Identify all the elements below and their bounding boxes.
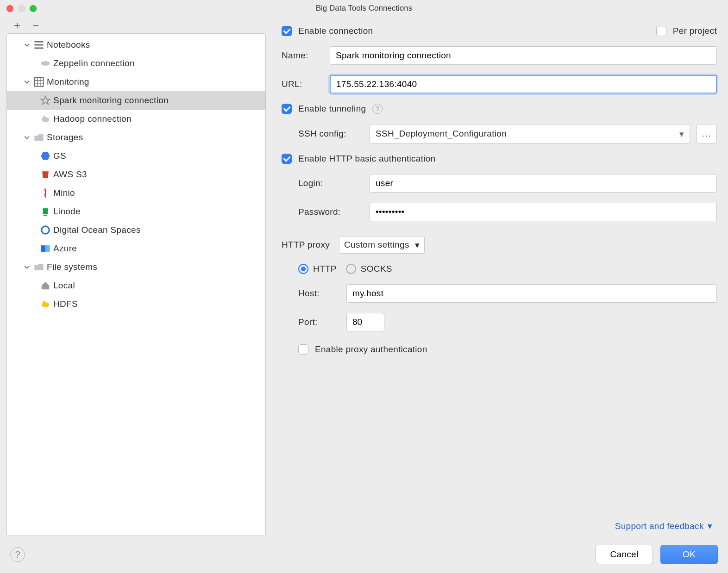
tree-item-linode[interactable]: Linode (7, 202, 265, 221)
tree-item-minio[interactable]: Minio (7, 184, 265, 202)
home-icon (40, 280, 50, 291)
tree-item-azure[interactable]: Azure (7, 239, 265, 258)
port-input[interactable] (346, 313, 384, 331)
tree-item-label: GS (53, 151, 66, 161)
tree-item-label: Spark monitoring connection (53, 95, 169, 106)
grid-icon (34, 77, 44, 87)
enable-proxy-auth-label: Enable proxy authentication (315, 344, 427, 355)
enable-proxy-auth-checkbox[interactable] (298, 344, 308, 355)
svg-rect-14 (41, 245, 45, 252)
caret-down-icon: ▾ (415, 240, 420, 250)
svg-point-3 (41, 61, 50, 66)
remove-button[interactable]: − (31, 20, 41, 31)
svg-point-17 (43, 301, 46, 304)
password-input[interactable] (370, 203, 717, 221)
tree-group-label: Monitoring (47, 77, 89, 87)
gs-icon (40, 151, 50, 161)
chevron-down-icon (23, 41, 31, 49)
tree-item-label: AWS S3 (53, 169, 87, 180)
tree-item-aws-s3[interactable]: AWS S3 (7, 165, 265, 184)
proxy-http-label: HTTP (313, 264, 337, 274)
ssh-config-select[interactable]: SSH_Deployment_Configuration ▾ (370, 124, 690, 143)
tree-group-monitoring[interactable]: Monitoring (7, 73, 265, 91)
enable-http-auth-label: Enable HTTP basic authentication (298, 154, 436, 164)
ok-button[interactable]: OK (660, 545, 718, 564)
folder-icon (34, 262, 44, 272)
login-input[interactable] (370, 174, 717, 193)
tree-item-local[interactable]: Local (7, 276, 265, 295)
tree-item-zeppelin[interactable]: Zeppelin connection (7, 54, 265, 73)
svg-rect-0 (34, 41, 43, 43)
url-label: URL: (282, 79, 323, 89)
tree-item-digital-ocean[interactable]: Digital Ocean Spaces (7, 221, 265, 239)
support-feedback-link[interactable]: Support and feedback ▾ (615, 521, 712, 531)
svg-point-10 (43, 116, 46, 118)
per-project-label: Per project (673, 26, 717, 36)
tree-group-notebooks[interactable]: Notebooks (7, 36, 265, 54)
svg-marker-11 (41, 152, 50, 160)
url-input[interactable] (330, 75, 717, 93)
help-icon[interactable]: ? (372, 104, 383, 114)
ssh-config-value: SSH_Deployment_Configuration (376, 129, 507, 139)
password-label: Password: (298, 207, 363, 217)
login-label: Login: (298, 178, 363, 188)
chevron-down-icon (23, 133, 31, 142)
ellipsis-icon: ... (702, 129, 711, 139)
tree-item-hdfs[interactable]: HDFS (7, 295, 265, 313)
close-window-button[interactable] (6, 5, 13, 12)
host-label: Host: (298, 288, 340, 299)
svg-point-13 (42, 226, 50, 234)
enable-tunneling-checkbox[interactable] (282, 104, 292, 114)
proxy-socks-label: SOCKS (361, 264, 392, 274)
question-icon: ? (15, 549, 20, 560)
caret-down-icon: ▾ (679, 129, 684, 139)
per-project-checkbox[interactable] (656, 26, 666, 36)
enable-connection-checkbox[interactable] (282, 26, 292, 36)
svg-rect-15 (45, 245, 50, 252)
zoom-window-button[interactable] (30, 5, 37, 12)
proxy-socks-radio[interactable] (346, 264, 356, 274)
tree-item-spark-monitoring[interactable]: Spark monitoring connection (7, 91, 265, 110)
content-area: + − Notebooks Zeppelin connection (0, 17, 728, 536)
azure-icon (40, 243, 50, 254)
dialog-footer: ? Cancel OK (0, 536, 728, 573)
connections-tree[interactable]: Notebooks Zeppelin connection Monitoring (6, 33, 266, 536)
sidebar-toolbar: + − (6, 17, 266, 33)
svg-rect-2 (34, 48, 43, 49)
http-proxy-label: HTTP proxy (282, 240, 330, 250)
name-input[interactable] (330, 46, 717, 65)
tree-item-label: Minio (53, 188, 75, 198)
linode-icon (40, 206, 50, 217)
tree-group-file-systems[interactable]: File systems (7, 258, 265, 276)
tree-item-hadoop[interactable]: Hadoop connection (7, 110, 265, 128)
tree-item-gs[interactable]: GS (7, 147, 265, 165)
caret-down-icon: ▾ (708, 521, 712, 531)
settings-form: Enable connection Per project Name: URL:… (266, 17, 722, 536)
host-input[interactable] (346, 284, 717, 303)
plus-icon: + (14, 19, 20, 32)
svg-rect-4 (34, 77, 43, 86)
minimize-window-button[interactable] (18, 5, 25, 12)
help-button[interactable]: ? (10, 547, 25, 562)
proxy-http-radio[interactable] (298, 264, 308, 274)
http-proxy-select[interactable]: Custom settings ▾ (339, 236, 425, 254)
http-proxy-value: Custom settings (344, 240, 409, 250)
cancel-button[interactable]: Cancel (596, 545, 653, 564)
ssh-config-browse-button[interactable]: ... (697, 124, 717, 143)
folder-cloud-icon (34, 132, 44, 143)
enable-http-auth-checkbox[interactable] (282, 154, 292, 164)
tree-item-label: Hadoop connection (53, 114, 132, 124)
ssh-config-label: SSH config: (298, 129, 363, 139)
tree-item-label: HDFS (53, 299, 78, 309)
chevron-down-icon (23, 263, 31, 271)
star-icon (40, 95, 50, 106)
window-title: Big Data Tools Connections (0, 4, 728, 13)
svg-point-16 (42, 302, 50, 307)
tree-item-label: Local (53, 280, 75, 291)
add-button[interactable]: + (12, 20, 22, 31)
tree-group-storages[interactable]: Storages (7, 128, 265, 147)
tree-item-label: Linode (53, 206, 81, 217)
svg-point-9 (42, 117, 50, 122)
tree-group-label: File systems (47, 262, 97, 272)
dialog-window: Big Data Tools Connections + − Notebooks (0, 0, 728, 573)
